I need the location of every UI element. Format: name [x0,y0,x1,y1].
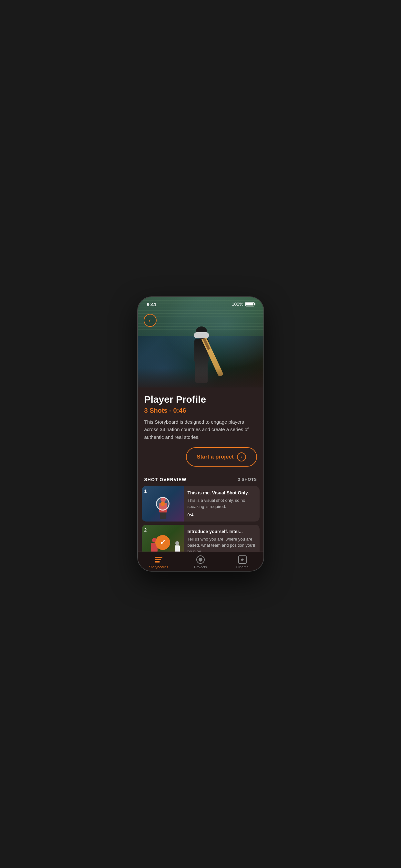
status-time: 9:41 [147,302,157,307]
shot-overview-label: SHOT OVERVIEW [144,477,187,482]
shot-check-icon-2: ✓ [155,535,170,550]
shots-count-badge: 3 SHOTS [238,477,257,482]
start-project-label: Start a project [197,454,234,460]
back-button[interactable]: ‹ [144,314,157,327]
description-text: This Storyboard is designed to engage pl… [144,418,257,441]
shot-thumbnail-2: 2 ✓ [142,525,184,552]
shot-card-1[interactable]: 1 This is me. Visual Shot Only. This is … [142,486,259,522]
battery-fill [246,303,253,306]
tab-projects-label: Projects [194,565,207,569]
hero-overlay [138,368,264,388]
shot-desc-1: This is a visual shot only, so no speaki… [188,498,256,510]
tab-cinema[interactable]: ★ Cinema [221,554,264,569]
scroll-content[interactable]: ‹ Player Profile 3 Shots - 0:46 This Sto… [138,297,264,552]
tab-projects[interactable]: Projects [180,554,221,569]
shot-number-2: 2 [144,527,147,532]
shot-info-2: Introduce yourself. Inter... Tell us who… [184,525,259,552]
tab-cinema-label: Cinema [236,565,249,569]
phone-frame: 9:41 100% [137,297,264,571]
storyboards-icon [154,555,163,564]
shots-list: 1 This is me. Visual Shot Only. This is … [138,486,264,552]
page-title: Player Profile [144,394,257,405]
player-head [197,328,206,339]
projects-icon [196,555,205,564]
back-chevron-icon: ‹ [149,317,151,323]
start-project-button[interactable]: Start a project › [186,447,257,467]
shot-card-2[interactable]: 2 ✓ I [142,525,259,552]
info-section: Player Profile 3 Shots - 0:46 This Story… [138,388,264,472]
cinema-icon: ★ [238,555,247,564]
tab-storyboards-label: Storyboards [149,565,168,569]
shot-desc-2: Tell us who you are, where you are based… [188,536,256,552]
shot-thumbnail-1: 1 [142,486,184,522]
tab-bar: Storyboards Projects ★ Cinema [138,552,264,571]
shot-title-1: This is me. Visual Shot Only. [188,490,256,496]
start-project-arrow-icon: › [237,453,246,461]
shot-overview-header: SHOT OVERVIEW 3 SHOTS [138,472,264,486]
shot-play-icon-1 [156,497,169,510]
battery-icon [245,302,254,306]
status-bar: 9:41 100% [138,297,264,311]
battery-text: 100% [232,302,243,307]
status-right: 100% [232,302,254,307]
shots-subtitle: 3 Shots - 0:46 [144,407,257,414]
shot-duration-1: 0:4 [188,513,256,517]
tab-storyboards[interactable]: Storyboards [138,554,180,569]
shot-number-1: 1 [144,489,147,494]
shot-title-2: Introduce yourself. Inter... [188,529,256,534]
shot-info-1: This is me. Visual Shot Only. This is a … [184,486,259,521]
